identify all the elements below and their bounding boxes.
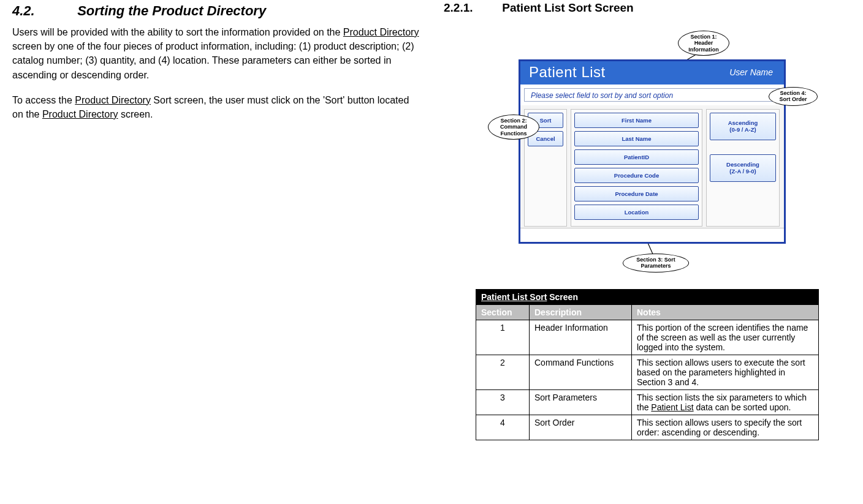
para2-part-c: screen. [118,109,153,119]
param-procedure-code[interactable]: Procedure Code [574,168,699,183]
param-patient-id[interactable]: PatientID [574,149,699,165]
instruction-bar: Please select field to sort by and sort … [524,88,780,102]
left-column: 4.2. Sorting the Product Directory Users… [0,0,432,504]
para2-link-product-directory-1: Product Directory [75,95,151,105]
table-title-row: Patient List Sort Screen [476,290,819,305]
ascending-range: (0-9 / A-Z) [729,126,756,133]
row3-note-b: data can be sorted upon. [694,402,791,412]
callout-1-text: Section 1: Header Information [688,34,719,53]
param-first-name[interactable]: First Name [574,113,699,128]
heading-number: 4.2. [12,3,74,19]
row2-desc: Command Functions [530,355,632,390]
sort-parameters-panel: First Name Last Name PatientID Procedure… [571,109,702,227]
col-description: Description [530,305,632,320]
ascending-label: Ascending [728,119,758,126]
row4-note: This section allows users to specify the… [632,415,819,440]
descending-range: (Z-A / 9-0) [729,168,756,175]
para2-part-a: To access the [12,95,75,105]
user-name-label: User Name [729,67,773,77]
callout-section-4: Section 4: Sort Order [769,87,818,106]
spacer [710,143,776,154]
table-row: 4 Sort Order This section allows users t… [476,415,819,440]
patient-list-sort-table: Patient List Sort Screen Section Descrip… [476,289,819,440]
patient-list-window: Patient List User Name Please select fie… [519,59,786,244]
subheading-number: 2.2.1. [444,1,499,15]
table-header-row: Section Description Notes [476,305,819,320]
callout-section-1: Section 1: Header Information [678,31,729,56]
row1-desc: Header Information [530,320,632,355]
table-row: 1 Header Information This portion of the… [476,320,819,355]
window-title: Patient List [529,64,606,81]
para1-part-a: Users will be provided with the ability … [12,27,343,37]
table-row: 2 Command Functions This section allows … [476,355,819,390]
patient-list-diagram: Section 1: Header Information Section 2:… [488,26,807,271]
callout-section-3: Section 3: Sort Parameters [623,254,689,273]
callout-section-2: Section 2: Command Functions [488,115,539,140]
row2-section: 2 [476,355,530,390]
section-heading-2-2-1: 2.2.1. Patient List Sort Screen [444,1,851,15]
descending-label: Descending [726,161,759,168]
right-column: 2.2.1. Patient List Sort Screen Section … [432,0,863,504]
paragraph-1: Users will be provided with the ability … [12,25,419,82]
table-title-rest: Screen [547,292,578,302]
param-location[interactable]: Location [574,205,699,220]
section-heading-4-2: 4.2. Sorting the Product Directory [12,3,419,19]
instruction-text: Please select field to sort by and sort … [531,91,673,100]
subheading-text: Patient List Sort Screen [502,1,633,14]
row1-section: 1 [476,320,530,355]
table-title-cell: Patient List Sort Screen [476,290,819,305]
ascending-button[interactable]: Ascending (0-9 / A-Z) [710,113,776,140]
col-notes: Notes [632,305,819,320]
document-page: 4.2. Sorting the Product Directory Users… [0,0,863,504]
para1-link-product-directory: Product Directory [343,27,419,37]
table-row: 3 Sort Parameters This section lists the… [476,390,819,415]
param-procedure-date[interactable]: Procedure Date [574,186,699,201]
row3-desc: Sort Parameters [530,390,632,415]
sort-order-panel: Ascending (0-9 / A-Z) Descending (Z-A / … [706,109,780,227]
callout-3-text: Section 3: Sort Parameters [636,257,675,269]
row3-note-link: Patient List [651,402,693,412]
paragraph-2: To access the Product Directory Sort scr… [12,93,419,121]
row3-section: 3 [476,390,530,415]
table-title-underline: Patient List Sort [481,292,547,302]
heading-text: Sorting the Product Directory [77,3,266,18]
row3-note: This section lists the six parameters to… [632,390,819,415]
para1-part-b: screen by one of the four pieces of prod… [12,41,414,80]
descending-button[interactable]: Descending (Z-A / 9-0) [710,154,776,182]
window-footer [520,228,784,242]
param-last-name[interactable]: Last Name [574,131,699,146]
para2-link-product-directory-2: Product Directory [42,109,118,119]
callout-2-text: Section 2: Command Functions [500,118,527,137]
row4-desc: Sort Order [530,415,632,440]
window-body: Sort Cancel First Name Last Name Patient… [520,105,784,228]
col-section: Section [476,305,530,320]
row4-section: 4 [476,415,530,440]
callout-4-text: Section 4: Sort Order [779,90,807,102]
window-header: Patient List User Name [520,61,784,85]
row2-note: This section allows users to execute the… [632,355,819,390]
row1-note: This portion of the screen identifies th… [632,320,819,355]
